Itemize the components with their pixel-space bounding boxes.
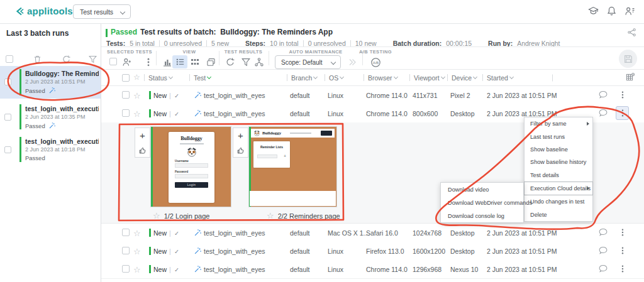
comment-icon[interactable] [598, 264, 608, 273]
batch-item-test-login-1[interactable]: test_login_with_execution... 2 Jun 2023 … [0, 101, 101, 133]
status-bar [149, 265, 151, 273]
refresh-results-icon[interactable] [225, 57, 235, 67]
test-name[interactable]: test_login_with_eyes [204, 266, 265, 273]
filter-batches-icon[interactable] [88, 55, 97, 64]
column-header-viewport[interactable]: Viewport [409, 74, 445, 82]
thumbs-up-icon[interactable] [138, 146, 147, 155]
assign-user-icon[interactable] [122, 57, 132, 67]
step-thumbnail-login-page[interactable]: Bulldoggy Username Password Login [150, 126, 231, 207]
star-icon[interactable]: ☆ [133, 264, 141, 274]
menu-item-download-video[interactable]: Download video [441, 183, 523, 196]
menu-item-download-console-log[interactable]: Download console log [441, 209, 523, 222]
save-button[interactable] [619, 50, 637, 68]
test-name[interactable]: test_login_with_eyes [204, 229, 265, 237]
batch-checkbox[interactable] [4, 79, 11, 85]
branch-cell: default [290, 266, 310, 273]
menu-item-filter-by-same[interactable]: Filter by same [525, 117, 592, 130]
menu-item-download-webdriver-commands[interactable]: Download WebDriver commands [441, 196, 523, 209]
batch-title-prefix: Test results of batch: [140, 28, 216, 36]
batch-item-test-login-2[interactable]: test_login_with_execution... 2 Jun 2023 … [0, 134, 101, 165]
test-name[interactable]: test_login_with_eyes [204, 92, 265, 99]
star-icon[interactable]: ☆ [133, 228, 141, 237]
row-menu-button[interactable] [616, 225, 629, 239]
row-checkbox[interactable] [122, 91, 130, 99]
page-nav-dropdown[interactable]: Test results [73, 4, 131, 19]
table-settings-icon[interactable] [625, 72, 635, 82]
test-row-5[interactable]: ☆ New | ✓ test_login_with_eyes default L… [101, 260, 644, 279]
menu-item-execution-cloud-details[interactable]: Execution Cloud details [524, 182, 593, 195]
comment-icon[interactable] [598, 246, 608, 255]
filter-results-icon[interactable] [241, 57, 251, 67]
zoom-step-icon[interactable]: + [140, 131, 145, 140]
row-checkbox[interactable] [122, 247, 130, 254]
star-icon[interactable]: ☆ [133, 109, 141, 118]
device-cell: Nexus 10 [450, 266, 478, 273]
select-all-batches-checkbox[interactable] [6, 55, 13, 63]
comment-icon[interactable] [598, 227, 608, 237]
zoom-step-icon[interactable]: + [238, 131, 243, 140]
column-header-test[interactable]: Test [189, 74, 211, 82]
test-results-group-label: TEST RESULTS [219, 49, 268, 55]
reminders-page-header: Bulldoggy [251, 129, 335, 138]
list-view-button-selected[interactable] [172, 55, 187, 68]
row-checkbox[interactable] [122, 109, 130, 117]
group-results-icon[interactable] [254, 57, 264, 67]
refresh-batches-icon[interactable] [62, 55, 71, 64]
share-icon[interactable] [627, 28, 636, 37]
column-header-branch[interactable]: Branch [287, 74, 317, 82]
select-all-tests-checkbox[interactable] [109, 58, 117, 65]
delete-batch-icon[interactable] [33, 55, 42, 64]
step-thumbnail-reminders-page[interactable]: Bulldoggy Reminder Lists + [248, 126, 337, 207]
row-menu-button[interactable] [616, 244, 629, 258]
row-menu-button[interactable] [616, 262, 629, 276]
os-cell: Linux [328, 247, 343, 255]
column-header-browser[interactable]: Browser [364, 74, 397, 82]
column-header-status[interactable]: Status [144, 74, 172, 82]
thumbs-up-icon[interactable] [236, 146, 245, 155]
select-all-rows-checkbox[interactable] [122, 74, 130, 82]
started-cell: 2 Jun 2023 at 10:51 PM [487, 247, 557, 255]
step-2-caption: ☆ 2/2 Reminders page [267, 211, 340, 220]
logo-text-primary: applitools [27, 6, 73, 16]
compare-view-icon[interactable] [206, 57, 216, 67]
grid-view-icon[interactable] [190, 57, 200, 67]
test-row-4[interactable]: ☆ New | ✓ test_login_with_eyes default L… [101, 242, 644, 261]
menu-item-undo-changes[interactable]: Undo changes in test [525, 195, 592, 208]
menu-item-show-baseline[interactable]: Show baseline [525, 143, 592, 156]
comment-icon[interactable] [598, 108, 608, 117]
preview-card-title: Reminder Lists [253, 145, 290, 149]
batch-checkbox[interactable] [4, 146, 11, 153]
menu-item-delete[interactable]: Delete [525, 209, 592, 221]
comment-icon[interactable] [598, 90, 608, 99]
column-header-started[interactable]: Started [482, 74, 513, 82]
test-name[interactable]: test_login_with_eyes [204, 247, 265, 255]
account-icon[interactable] [625, 6, 635, 16]
preview-page-footer [250, 191, 336, 206]
notifications-bell-icon[interactable] [606, 6, 617, 16]
summary-view-icon[interactable] [162, 57, 172, 67]
menu-item-show-baseline-history[interactable]: Show baseline history [525, 156, 592, 168]
row-checkbox[interactable] [122, 229, 130, 236]
row-menu-button[interactable] [616, 88, 629, 102]
education-icon[interactable] [588, 6, 599, 16]
star-icon[interactable]: ☆ [267, 211, 274, 220]
row-menu-button-active[interactable] [616, 106, 629, 120]
test-name[interactable]: test_login_with_eyes [204, 110, 265, 117]
star-icon[interactable]: ☆ [133, 246, 141, 256]
scope-dropdown[interactable]: Scope: Default [275, 55, 341, 69]
batch-checkbox[interactable] [4, 114, 11, 121]
status-check-icon: ✓ [174, 92, 179, 99]
column-header-device[interactable]: Device [447, 74, 477, 82]
column-header-os[interactable]: OS [325, 74, 343, 82]
star-icon[interactable]: ☆ [153, 211, 160, 220]
batch-item-bulldoggy[interactable]: Bulldoggy: The Reminders ... 2 Jun 2023 … [0, 66, 101, 99]
menu-item-test-details[interactable]: Test details [525, 169, 592, 182]
more-actions-kebab-icon[interactable] [143, 57, 153, 67]
test-row-1[interactable]: ☆ New | ✓ test_login_with_eyes default L… [101, 86, 644, 105]
row-checkbox[interactable] [122, 265, 130, 273]
ab-testing-icon[interactable] [370, 57, 381, 68]
menu-item-last-test-runs[interactable]: Last test runs [525, 130, 592, 143]
star-icon[interactable]: ☆ [133, 90, 141, 100]
test-row-3[interactable]: ☆ New | ✓ test_login_with_eyes default M… [101, 224, 644, 242]
apply-maintenance-icon[interactable] [347, 57, 357, 67]
